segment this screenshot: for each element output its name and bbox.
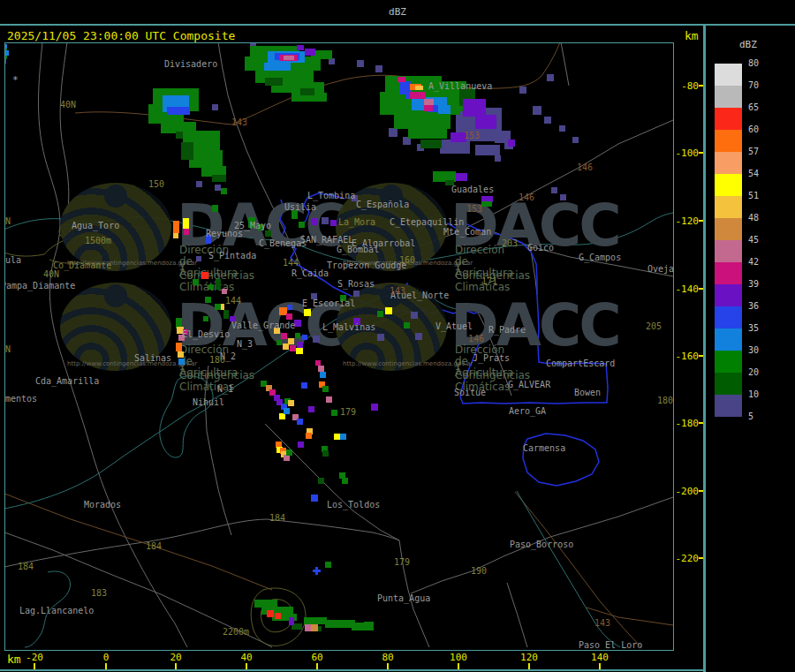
radar-echo-pixel — [322, 386, 329, 392]
radar-echo-pixel — [215, 185, 221, 191]
radar-echo-pixel — [560, 194, 566, 200]
river-lines — [5, 213, 673, 647]
map-label-road-number: 190 — [471, 567, 487, 576]
map-label-road-number: 1500m — [85, 237, 111, 245]
legend-value-label: 54 — [748, 169, 775, 178]
radar-echo-pixel — [408, 127, 447, 139]
radar-echo-pixel — [438, 105, 450, 114]
radar-echo-pixel — [255, 71, 314, 83]
radar-echo-pixel — [275, 613, 281, 619]
radar-echo-pixel — [267, 610, 274, 617]
map-label-town: Carmensa — [523, 444, 565, 453]
legend-color-box — [715, 218, 742, 240]
legend-color-box — [715, 328, 742, 351]
right-axis-tick-label: -220 — [671, 553, 699, 564]
legend-value-label: 48 — [748, 213, 775, 223]
radar-echo-pixel — [212, 205, 218, 212]
radar-echo-pixel — [176, 343, 182, 351]
radar-echo-pixel — [173, 233, 178, 238]
radar-echo-pixel — [304, 309, 311, 316]
radar-echo-pixel — [424, 99, 434, 105]
legend-value-label: 60 — [748, 125, 775, 134]
radar-echo-pixel — [495, 155, 501, 162]
bottom-axis-tick-label: 40 — [240, 652, 252, 663]
radar-echo-pixel — [519, 87, 526, 94]
radar-echo-pixel — [221, 188, 227, 194]
map-label-town: Bowen — [574, 389, 601, 397]
bottom-axis-tick — [387, 663, 389, 669]
legend-color-box — [715, 196, 742, 218]
map-label-road-number: 184 — [146, 542, 162, 551]
radar-echo-pixel — [286, 313, 292, 320]
map-label-road-number: 2200m — [223, 628, 249, 637]
radar-echo-pixel — [377, 334, 384, 341]
legend-color-box — [715, 86, 742, 108]
bottom-axis-tick — [316, 663, 318, 669]
radar-echo-pixel — [299, 222, 305, 228]
radar-echo-pixel — [311, 624, 318, 631]
map-label-town: Los_Toldos — [327, 501, 380, 510]
radar-echo-pixel — [222, 289, 227, 294]
radar-echo-pixel — [385, 307, 392, 314]
map-label-town: Oveja — [647, 265, 673, 274]
dacc-logo-pupil — [104, 185, 127, 208]
radar-echo-pixel — [283, 344, 289, 350]
radar-echo-pixel — [178, 359, 185, 365]
radar-echo-pixel — [475, 145, 500, 155]
bottom-axis-tick-label: 20 — [170, 652, 181, 663]
radar-echo-pixel — [173, 221, 179, 233]
legend-color-box — [715, 174, 742, 196]
bottom-axis-tick — [528, 663, 530, 669]
radar-echo-pixel — [184, 229, 189, 235]
map-label-town: A_Villanueva — [428, 82, 492, 91]
map-label-road-number: 0N — [5, 217, 11, 226]
map-label-town: Co_Diamante — [53, 261, 111, 270]
km-unit-bottom-left: km — [7, 653, 21, 666]
map-label-road-number: 0N — [5, 345, 11, 354]
radar-echo-pixel — [167, 107, 190, 115]
map-label-road-number: 144 — [283, 259, 299, 268]
radar-echo-pixel — [357, 60, 364, 67]
map-label-town: Agua_Toro — [72, 222, 119, 230]
radar-echo-pixel — [223, 310, 229, 319]
map-viewport: DACCDirección de Agriculturay Contingenc… — [5, 43, 673, 650]
radar-echo-pixel — [216, 279, 221, 290]
radar-echo-pixel — [290, 345, 296, 351]
bottom-divider — [0, 669, 704, 671]
radar-echo-pixel — [318, 478, 324, 484]
legend-color-box — [715, 240, 742, 262]
radar-echo-pixel — [364, 622, 374, 630]
page-title: dBZ — [0, 6, 795, 18]
map-label-town: Valle_Grande — [231, 321, 295, 330]
radar-echo-pixel — [424, 105, 433, 111]
radar-echo-pixel — [297, 342, 303, 348]
bottom-axis-tick — [105, 663, 107, 669]
radar-echo-pixel — [5, 50, 9, 56]
map-label-road-number: 146 — [468, 335, 484, 344]
radar-echo-pixel — [264, 63, 291, 71]
radar-echo-pixel — [551, 187, 557, 193]
radar-echo-pixel — [288, 400, 294, 406]
legend-color-box — [715, 284, 742, 306]
radar-echo-pixel — [322, 217, 329, 224]
radar-echo-pixel — [196, 256, 201, 261]
bottom-axis-tick — [599, 663, 601, 669]
radar-echo-pixel — [212, 175, 226, 182]
radar-echo-pixel — [5, 57, 6, 64]
radar-echo-pixel — [326, 396, 332, 403]
radar-echo-pixel — [284, 56, 294, 60]
map-label-town: Punta_Agua — [377, 594, 430, 603]
map-label-town: E_Escorial — [302, 299, 355, 308]
radar-echo-pixel — [331, 410, 337, 416]
radar-echo-pixel — [420, 140, 442, 148]
right-axis-tick-label: -120 — [671, 215, 699, 227]
map-label-road-number: 146 — [577, 163, 593, 172]
legend-value-label: 45 — [748, 235, 775, 245]
map-label-town: Morados — [84, 501, 121, 510]
legend-color-box — [715, 395, 742, 417]
radar-echo-pixel — [193, 279, 199, 285]
map-label-town: G_Bombal — [337, 245, 379, 254]
radar-echo-pixel — [302, 335, 307, 340]
radar-echo-pixel — [311, 218, 318, 225]
map-label-road-number: 143 — [390, 287, 405, 296]
